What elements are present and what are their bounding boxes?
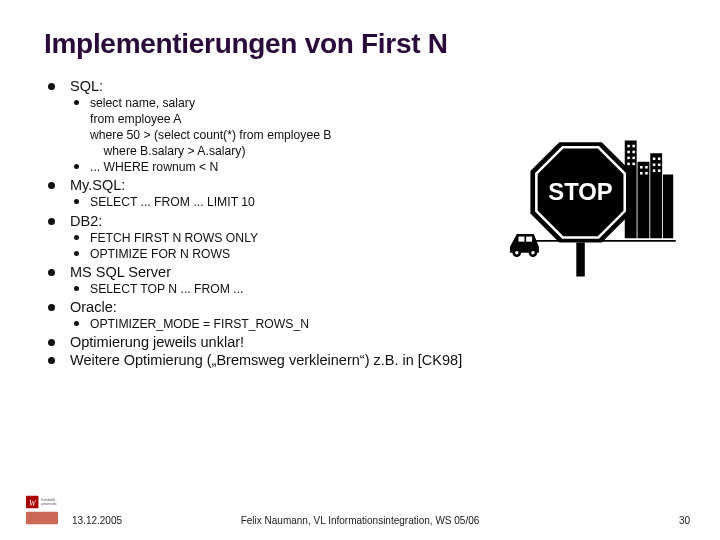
svg-rect-5	[632, 145, 635, 148]
svg-text:universität: universität	[41, 502, 56, 506]
list-item: Weitere Optimierung („Bremsweg verkleine…	[48, 352, 676, 368]
svg-point-29	[531, 251, 534, 254]
list-item: Oracle: OPTIMIZER_MODE = FIRST_ROWS_N	[48, 299, 676, 332]
stop-sign-graphic: STOP	[510, 115, 680, 285]
subitem-label: SELECT TOP N ... FROM ...	[90, 282, 244, 296]
item-label: My.SQL:	[70, 177, 125, 193]
item-label: DB2:	[70, 213, 102, 229]
svg-rect-30	[519, 237, 525, 242]
subitem-label: SELECT ... FROM ... LIMIT 10	[90, 195, 255, 209]
svg-rect-21	[658, 169, 661, 172]
svg-point-27	[515, 251, 518, 254]
svg-rect-4	[627, 145, 630, 148]
svg-rect-17	[658, 158, 661, 161]
slide-title: Implementierungen von First N	[44, 28, 676, 60]
item-label: MS SQL Server	[70, 264, 171, 280]
svg-rect-6	[627, 151, 630, 154]
svg-rect-18	[653, 163, 656, 166]
slide-footer: W humboldt universität 13.12.2005 Felix …	[0, 494, 720, 526]
university-logo: W humboldt universität	[24, 494, 60, 526]
subitem-label: ... WHERE rownum < N	[90, 160, 218, 174]
svg-rect-16	[653, 158, 656, 161]
svg-rect-11	[632, 163, 635, 166]
svg-rect-12	[640, 166, 643, 169]
svg-rect-15	[645, 172, 648, 175]
footer-author: Felix Naumann, VL Informationsintegratio…	[241, 515, 480, 526]
item-label: Oracle:	[70, 299, 117, 315]
svg-rect-14	[640, 172, 643, 175]
svg-rect-10	[627, 163, 630, 166]
subitem-label: select name, salary from employee A wher…	[90, 96, 332, 158]
subitem-label: FETCH FIRST N ROWS ONLY	[90, 231, 258, 245]
svg-rect-36	[26, 512, 58, 524]
footer-page-number: 30	[679, 515, 690, 526]
item-label: Optimierung jeweils unklar!	[70, 334, 244, 350]
svg-rect-31	[526, 237, 532, 242]
footer-date: 13.12.2005	[72, 515, 122, 526]
item-label: SQL:	[70, 78, 103, 94]
svg-rect-9	[632, 157, 635, 160]
item-label: Weitere Optimierung („Bremsweg verkleine…	[70, 352, 462, 368]
svg-rect-7	[632, 151, 635, 154]
svg-rect-8	[627, 157, 630, 160]
svg-rect-13	[645, 166, 648, 169]
svg-rect-20	[653, 169, 656, 172]
svg-rect-19	[658, 163, 661, 166]
list-subitem: OPTIMIZER_MODE = FIRST_ROWS_N	[70, 316, 676, 332]
subitem-label: OPTIMIZER_MODE = FIRST_ROWS_N	[90, 317, 309, 331]
stop-text: STOP	[548, 178, 612, 205]
subitem-label: OPTIMIZE FOR N ROWS	[90, 247, 230, 261]
svg-rect-3	[663, 175, 673, 239]
svg-rect-24	[576, 243, 585, 277]
list-item: Optimierung jeweils unklar!	[48, 334, 676, 350]
